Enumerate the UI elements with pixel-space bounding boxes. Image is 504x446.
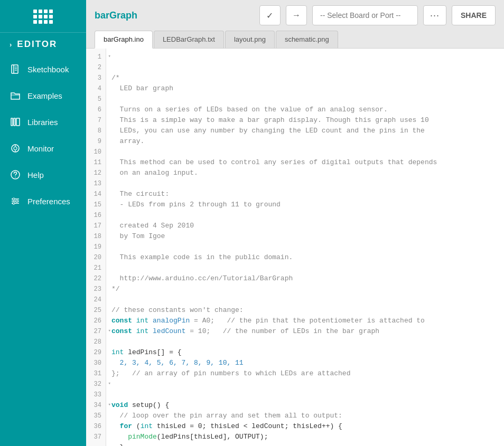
code-line-3 — [111, 94, 499, 105]
sidebar: › EDITOR Sketchbook — [0, 0, 86, 446]
upload-button[interactable]: → — [286, 5, 307, 25]
code-line-30 — [111, 379, 499, 390]
svg-rect-6 — [11, 118, 13, 126]
line-num-37: 37 — [86, 432, 106, 442]
line-num-13: 13 — [86, 178, 106, 189]
help-icon — [10, 169, 21, 181]
line-num-24: 24 — [86, 295, 106, 305]
folder-icon — [10, 90, 21, 101]
share-button[interactable]: SHARE — [452, 5, 496, 25]
code-line-12: The circuit: — [111, 189, 499, 200]
code-line-21: */ — [111, 284, 499, 295]
line-num-35: 35 — [86, 411, 106, 421]
tab-layout-png[interactable]: layout.png — [225, 31, 275, 48]
code-line-33: // loop over the pin array and set them … — [111, 411, 499, 421]
code-line-25: const int ledCount = 10; // the number o… — [111, 326, 499, 337]
sidebar-title[interactable]: › EDITOR — [0, 33, 86, 56]
line-num-1: 1▾ — [86, 52, 106, 62]
board-select[interactable]: -- Select Board or Port -- — [312, 5, 418, 25]
sidebar-item-preferences[interactable]: Preferences — [0, 188, 86, 214]
svg-rect-0 — [12, 65, 18, 73]
topbar-row1: barGraph ✓ → -- Select Board or Port -- … — [95, 5, 496, 31]
code-line-17 — [111, 242, 499, 252]
sidebar-nav: Sketchbook Examples Libraries — [0, 56, 86, 446]
sidebar-item-sketchbook[interactable]: Sketchbook — [0, 56, 86, 82]
tab-bargraph-ino[interactable]: barGraph.ino — [95, 31, 153, 49]
line-num-4: 4 — [86, 83, 106, 94]
svg-point-10 — [14, 147, 17, 150]
code-line-34: for (int thisLed = 0; thisLed < ledCount… — [111, 421, 499, 432]
editor-area[interactable]: 1▾23456789101112131415161718192021222324… — [86, 49, 504, 446]
line-num-9: 9 — [86, 136, 106, 147]
code-line-26 — [111, 337, 499, 347]
code-line-20: http://www.arduino.cc/en/Tutorial/BarGra… — [111, 273, 499, 284]
line-num-5: 5 — [86, 94, 106, 105]
code-line-6: LEDs, you can use any number by changing… — [111, 126, 499, 136]
library-icon — [10, 116, 21, 128]
code-line-14 — [111, 210, 499, 221]
line-num-22: 22 — [86, 273, 106, 284]
more-button[interactable]: ··· — [423, 5, 446, 25]
sidebar-item-label: Sketchbook — [27, 65, 69, 74]
sidebar-chevron-icon: › — [10, 41, 13, 49]
svg-point-19 — [16, 200, 18, 202]
line-num-30: 30 — [86, 358, 106, 368]
code-line-19 — [111, 263, 499, 273]
svg-rect-8 — [16, 118, 20, 126]
editor-label: EDITOR — [17, 39, 57, 50]
line-num-34: 34▾ — [86, 400, 106, 411]
line-num-11: 11 — [86, 157, 106, 168]
code-line-8 — [111, 147, 499, 157]
verify-button[interactable]: ✓ — [259, 5, 281, 25]
line-num-12: 12 — [86, 168, 106, 178]
line-num-27: 27▾ — [86, 326, 106, 337]
code-line-16: by Tom Igoe — [111, 231, 499, 242]
svg-rect-7 — [14, 118, 15, 126]
main-area: barGraph ✓ → -- Select Board or Port -- … — [86, 0, 504, 446]
sidebar-item-monitor[interactable]: Monitor — [0, 135, 86, 162]
code-line-5: This is a simple way to make a bar graph… — [111, 115, 499, 126]
code-line-15: created 4 Sep 2010 — [111, 221, 499, 231]
sidebar-item-libraries[interactable]: Libraries — [0, 109, 86, 135]
fold-arrow-icon[interactable]: ▾ — [108, 53, 111, 61]
code-line-9: This method can be used to control any s… — [111, 157, 499, 168]
tabs-bar: barGraph.inoLEDBarGraph.txtlayout.pngsch… — [95, 31, 496, 48]
line-num-14: 14 — [86, 189, 106, 200]
tab-schematic-png[interactable]: schematic.png — [276, 31, 338, 48]
line-num-36: 36 — [86, 421, 106, 432]
fold-arrow-icon[interactable]: ▾ — [108, 381, 111, 388]
line-num-29: 29 — [86, 347, 106, 358]
prefs-icon — [10, 195, 21, 207]
code-line-28: 2, 3, 4, 5, 6, 7, 8, 9, 10, 11 — [111, 358, 499, 368]
line-num-8: 8 — [86, 126, 106, 136]
svg-point-18 — [13, 198, 15, 200]
line-num-3: 3 — [86, 73, 106, 83]
fold-arrow-icon[interactable]: ▾ — [108, 328, 111, 335]
sidebar-item-help[interactable]: Help — [0, 162, 86, 188]
sidebar-item-examples[interactable]: Examples — [0, 82, 86, 109]
code-line-13: - LEDs from pins 2 through 11 to ground — [111, 200, 499, 210]
code-line-27: int ledPins[] = { — [111, 347, 499, 358]
line-num-18: 18 — [86, 231, 106, 242]
code-line-24: const int analogPin = A0; // the pin tha… — [111, 316, 499, 326]
sidebar-item-label: Preferences — [27, 197, 70, 206]
svg-point-14 — [15, 177, 16, 178]
line-num-10: 10 — [86, 147, 106, 157]
logo-icon — [33, 10, 53, 24]
code-container: 1▾23456789101112131415161718192021222324… — [86, 49, 504, 446]
sidebar-logo — [0, 0, 86, 33]
line-num-21: 21 — [86, 263, 106, 273]
tab-ledbargraph-txt[interactable]: LEDBarGraph.txt — [154, 31, 224, 48]
sketch-title: barGraph — [95, 10, 137, 21]
sidebar-item-label: Monitor — [27, 144, 54, 153]
code-line-23: // these constants won't change: — [111, 305, 499, 316]
book-icon — [10, 63, 21, 75]
line-num-25: 25 — [86, 305, 106, 316]
sidebar-item-label: Help — [27, 170, 44, 179]
fold-arrow-icon[interactable]: ▾ — [108, 402, 111, 409]
code-line-4: Turns on a series of LEDs based on the v… — [111, 105, 499, 115]
code-line-35: pinMode(ledPins[thisLed], OUTPUT); — [111, 432, 499, 442]
line-num-17: 17 — [86, 221, 106, 231]
code-content[interactable]: /* LED bar graph Turns on a series of LE… — [106, 49, 504, 446]
code-line-7: array. — [111, 136, 499, 147]
